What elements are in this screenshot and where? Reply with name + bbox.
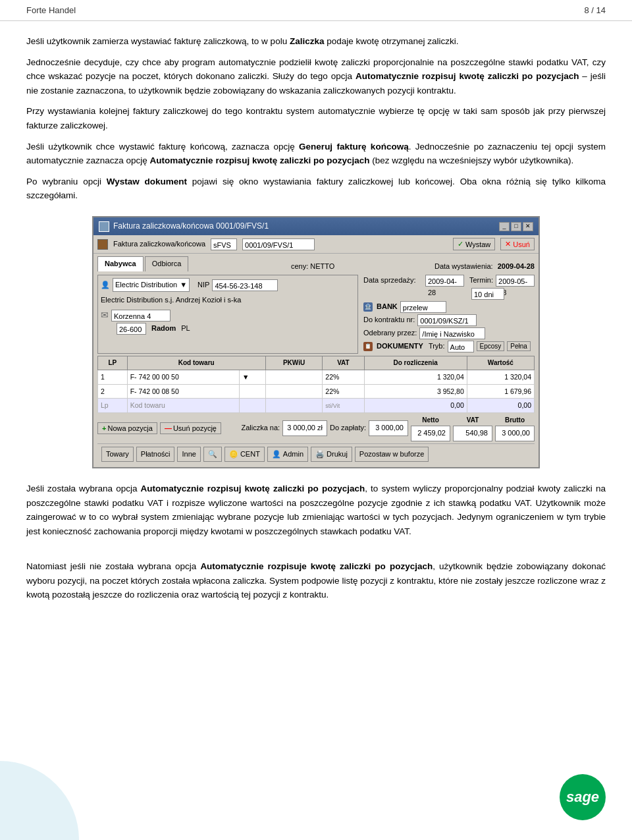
cell-wartosc: 1 679,96 [467, 384, 534, 399]
pelna-button[interactable]: Pełna [507, 341, 531, 351]
dropdown-arrow-icon: ▼ [180, 279, 187, 291]
maximize-button[interactable]: □ [511, 222, 521, 231]
company-row: 👤 Electric Distribution ▼ NIP 454-56-23-… [101, 278, 355, 293]
tab-row: Nabywca Odbiorca [97, 256, 188, 271]
window-icon [99, 221, 109, 232]
admin-button[interactable]: 👤 Admin [267, 447, 308, 462]
cell-pkwiu [265, 370, 323, 384]
cell-pkwiu [265, 384, 323, 399]
plus-icon: + [102, 424, 106, 432]
cell-drop [239, 384, 265, 399]
sage-logo: sage [560, 774, 606, 820]
minus-icon: — [165, 424, 172, 432]
col-kod: Kod towaru [127, 356, 265, 370]
usun-button[interactable]: ✕ Usuń [500, 238, 535, 250]
cell-vat-new: sti/Vit [323, 399, 364, 413]
titlebar-buttons[interactable]: _ □ ✕ [499, 222, 533, 231]
kontrakt-field[interactable]: 0001/09/KSZ/1 [417, 314, 477, 326]
cell-kod-new: Kod towaru [127, 399, 239, 413]
search-icon: 🔍 [208, 449, 217, 461]
main-content: Jeśli użytkownik zamierza wystawiać fakt… [0, 21, 632, 622]
days-field[interactable]: 10 dni [471, 288, 504, 300]
inne-button[interactable]: Inne [177, 447, 200, 462]
add-position-button[interactable]: + Nowa pozycja [97, 422, 157, 434]
invoice-window: Faktura zaliczkowa/końcowa 0001/09/FVS/1… [92, 216, 540, 468]
data-sprzedazy-field[interactable]: 2009-04-28 [425, 275, 464, 287]
invoice-type-label: Faktura zaliczkowa/końcowa [113, 238, 205, 250]
position-buttons: + Nowa pozycja — Usuń pozycję [97, 422, 221, 434]
cell-rozliczenie-new: 0,00 [364, 399, 467, 413]
cell-lp: 1 [98, 370, 128, 384]
bufor-button[interactable]: Pozostaw w buforze [355, 447, 429, 462]
col-lp: LP [98, 356, 128, 370]
address-field[interactable]: Korzenna 4 [111, 310, 171, 322]
kontrakt-row: Do kontraktu nr: 0001/09/KSZ/1 [363, 314, 535, 326]
drukuj-button[interactable]: 🖨️ Drukuj [311, 447, 352, 462]
cell-kod: F- 742 00 08 50 [127, 384, 239, 399]
number-field[interactable]: 0001/09/FVS/1 [242, 238, 315, 250]
cell-pkwiu-new [265, 399, 323, 413]
bank-type-field[interactable]: przelew [400, 301, 446, 313]
table-row: 2 F- 742 00 08 50 22% 3 952,80 1 679,96 [98, 384, 535, 399]
paragraph-6: Jeśli została wybrana opcja Automatyczni… [26, 482, 606, 538]
zaliczka-value: 3 000,00 zł [282, 420, 327, 436]
person-icon: 👤 [101, 279, 110, 291]
bank-row: 🏦 BANK przelew [363, 301, 535, 313]
minimize-button[interactable]: _ [499, 222, 510, 231]
invoice-toolbar: Faktura zaliczkowa/końcowa sFVS 0001/09/… [93, 235, 539, 254]
postal-field[interactable]: 26-600 [117, 323, 146, 335]
platnosci-button[interactable]: Płatności [136, 447, 175, 462]
data-wystawienia-row: Data wystawienia: 2009-04-28 [434, 261, 535, 273]
bank-icon: 🏦 [363, 302, 373, 312]
cell-drop[interactable]: ▼ [239, 370, 265, 384]
status-bar: Towary Płatności Inne 🔍 🪙 CENT 👤 Admin 🖨… [97, 443, 535, 465]
cell-wartosc-new: 0,00 [467, 399, 534, 413]
page-number: 8 / 14 [584, 5, 606, 15]
zaliczka-section: Zaliczka na: 3 000,00 zł Do zapłaty: 3 0… [241, 415, 535, 441]
tab-odbiorca[interactable]: Odbiorca [145, 256, 189, 271]
table-row: 1 F- 742 00 00 50 ▼ 22% 1 320,04 1 320,0… [98, 370, 535, 384]
invoice-table: LP Kod towaru PKWiU VAT Do rozliczenia W… [97, 356, 535, 413]
city-row: 26-600 Radom PL [101, 323, 355, 335]
cent-button[interactable]: 🪙 CENT [224, 447, 265, 462]
nip-label: NIP [198, 279, 209, 291]
check-icon: ✓ [458, 240, 463, 248]
wystaw-button[interactable]: ✓ Wystaw [453, 238, 495, 250]
cell-lp-new: Lp [98, 399, 128, 413]
close-button[interactable]: ✕ [523, 222, 533, 231]
right-info-section: Data sprzedaży: 2009-04-28 Termin: 2009-… [363, 275, 535, 354]
odebrany-field[interactable]: /Imię i Nazwisko [419, 327, 485, 339]
series-field[interactable]: sFVS [211, 238, 237, 250]
customer-section: 👤 Electric Distribution ▼ NIP 454-56-23-… [97, 275, 358, 354]
ceny-label: ceny: NETTO [291, 261, 334, 273]
paragraph-5: Po wybraniu opcji Wystaw dokument pojawi… [26, 175, 606, 203]
invoice-titlebar: Faktura zaliczkowa/końcowa 0001/09/FVS/1… [93, 217, 539, 235]
window-title: Faktura zaliczkowa/końcowa 0001/09/FVS/1 [113, 220, 269, 233]
netto-col: Netto 2 459,02 [411, 415, 450, 441]
doc-icon [97, 239, 108, 250]
tryb-field[interactable]: Auto [448, 341, 474, 352]
termin-field[interactable]: 2009-05-08 [496, 275, 535, 287]
company-dropdown[interactable]: Electric Distribution ▼ [113, 278, 190, 293]
vat-value: 540,98 [453, 426, 492, 441]
cell-vat: 22% [323, 384, 364, 399]
tab-nabywca[interactable]: Nabywca [97, 256, 144, 271]
epcosj-button[interactable]: Epcosy [477, 341, 505, 351]
netto-value: 2 459,02 [411, 426, 450, 441]
print-icon: 🖨️ [315, 449, 325, 461]
country-label: PL [181, 323, 190, 335]
remove-position-button[interactable]: — Usuń pozycję [160, 422, 221, 434]
corner-decoration [0, 761, 79, 840]
nip-field[interactable]: 454-56-23-148 [212, 279, 278, 291]
odebrany-row: Odebrany przez: /Imię i Nazwisko [363, 327, 535, 339]
table-row-new: Lp Kod towaru sti/Vit 0,00 0,00 [98, 399, 535, 413]
coin-icon: 🪙 [229, 449, 238, 461]
invoice-body: Nabywca Odbiorca ceny: NETTO Data wystaw… [93, 254, 539, 467]
brutto-col: Brutto 3 000,00 [495, 415, 535, 441]
x-icon: ✕ [505, 240, 511, 248]
paragraph-bottom-1: Natomiast jeśli nie została wybrana opcj… [26, 559, 606, 602]
documents-icon: 📋 [363, 342, 373, 351]
bottom-actions: + Nowa pozycja — Usuń pozycję Zaliczka n… [97, 415, 535, 441]
towary-button[interactable]: Towary [101, 447, 134, 462]
search-button[interactable]: 🔍 [203, 447, 222, 462]
